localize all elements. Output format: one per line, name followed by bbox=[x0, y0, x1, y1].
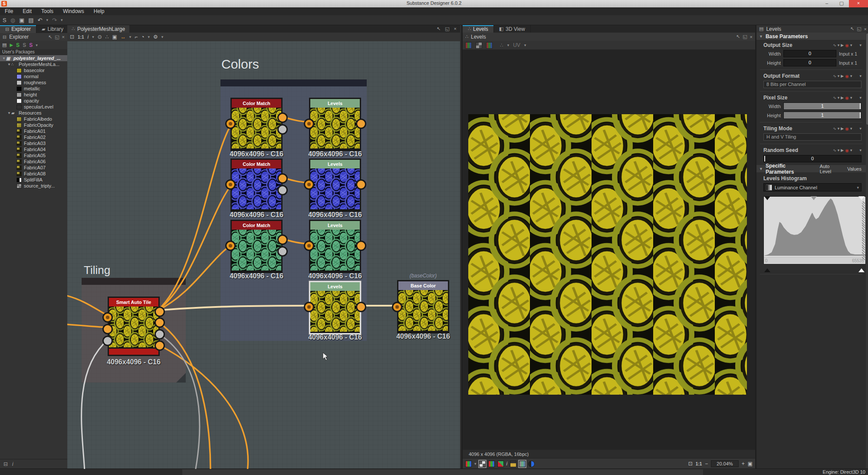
undo-icon[interactable]: ↶ bbox=[38, 17, 43, 23]
input-port[interactable] bbox=[227, 120, 234, 128]
tree-item-polyester-layered-[interactable]: ▼▣polyester_layered_... bbox=[0, 55, 67, 61]
expand-arrow-icon[interactable]: ▼ bbox=[7, 63, 11, 66]
input-port[interactable] bbox=[227, 181, 234, 188]
input-port[interactable] bbox=[305, 242, 313, 250]
node-color-match-1[interactable]: Color Match bbox=[230, 98, 283, 151]
function-icons[interactable]: ∿ ▾ ▶ ◉ ▾ ▾ bbox=[833, 74, 861, 79]
tree-item-specularlevel[interactable]: specularLevel bbox=[0, 104, 67, 110]
levels-histogram-widget[interactable]: 0 65535 bbox=[763, 196, 866, 264]
values-button[interactable]: Values bbox=[845, 166, 863, 172]
white-level-handle[interactable] bbox=[858, 196, 865, 200]
pixel-height-slider[interactable]: 1 bbox=[783, 112, 861, 119]
output-port-unused[interactable] bbox=[279, 125, 286, 133]
minimize-button[interactable]: – bbox=[819, 0, 834, 7]
save-icon[interactable]: ▤ bbox=[28, 17, 33, 23]
node-levels-4-selected[interactable]: Levels bbox=[309, 281, 361, 334]
auto-level-button[interactable]: Auto Level bbox=[818, 164, 843, 174]
tree-item-metallic[interactable]: metallic bbox=[0, 86, 67, 92]
graph-canvas[interactable]: Colors Tiling bbox=[67, 41, 460, 469]
node-levels-1[interactable]: Levels bbox=[309, 98, 361, 151]
input-port[interactable] bbox=[305, 120, 313, 128]
publish-icon[interactable]: S bbox=[16, 42, 20, 48]
pin-icon[interactable]: ↖ bbox=[736, 34, 740, 40]
output-port[interactable] bbox=[357, 242, 365, 250]
float-icon[interactable]: ◱ bbox=[445, 26, 449, 32]
close-icon[interactable]: × bbox=[750, 34, 753, 40]
undo-dropdown-icon[interactable]: ▾ bbox=[46, 18, 49, 22]
output-format-dropdown[interactable]: 8 Bits per Channel bbox=[763, 81, 861, 88]
tree-item-fabrica04[interactable]: FabricA04 bbox=[0, 146, 67, 152]
dropdown-icon[interactable]: ▾ bbox=[92, 35, 94, 39]
tree-item-fabricopacity[interactable]: FabricOpacity bbox=[0, 122, 67, 128]
image-icon[interactable] bbox=[465, 42, 472, 49]
input-port[interactable] bbox=[104, 313, 112, 321]
tree-item-fabrica08[interactable]: FabricA08 bbox=[0, 171, 67, 177]
menu-file[interactable]: File bbox=[0, 7, 18, 15]
input-port[interactable] bbox=[305, 303, 313, 311]
checker-background-icon[interactable] bbox=[479, 461, 486, 467]
node-levels-3[interactable]: Levels bbox=[309, 220, 361, 273]
tree-item-normal[interactable]: normal bbox=[0, 73, 67, 79]
tree-item-source-tripty-[interactable]: source_tripty... bbox=[0, 183, 67, 189]
actual-size-button[interactable]: 1:1 bbox=[696, 462, 702, 466]
input-port-filled[interactable] bbox=[104, 325, 112, 333]
output-width-slider[interactable]: 0 bbox=[783, 50, 836, 57]
pixel-width-slider[interactable]: 1 bbox=[783, 102, 861, 110]
zoom-in-button[interactable]: + bbox=[742, 461, 745, 467]
black-level-handle[interactable] bbox=[764, 196, 770, 200]
input-port[interactable] bbox=[227, 242, 234, 250]
thumbnail-icon[interactable]: ▣ bbox=[112, 34, 117, 40]
output-port-unused[interactable] bbox=[156, 330, 164, 338]
relative-to-input-icon[interactable]: ◉ bbox=[845, 43, 849, 48]
output-port[interactable] bbox=[279, 175, 286, 182]
expand-arrow-icon[interactable]: ▼ bbox=[7, 111, 11, 115]
close-icon[interactable]: × bbox=[864, 26, 867, 32]
output-port[interactable] bbox=[156, 342, 164, 350]
tree-item-fabrica07[interactable]: FabricA07 bbox=[0, 165, 67, 171]
dropdown-icon[interactable]: ▾ bbox=[148, 35, 150, 39]
uv-button[interactable]: UV bbox=[513, 42, 520, 48]
base-parameters-section[interactable]: ▼ Base Parameters bbox=[756, 33, 866, 40]
zoom-level[interactable]: 20.04% bbox=[711, 460, 738, 467]
float-icon[interactable]: ◱ bbox=[55, 34, 59, 40]
tree-item-polyestermeshla-[interactable]: ▼∴PolyesterMeshLa... bbox=[0, 61, 67, 67]
corner-icon[interactable]: ⌐ bbox=[135, 34, 138, 40]
function-icons[interactable]: ∿ ▾ ▶ ◉ ▾ ▾ bbox=[833, 126, 861, 131]
node-smart-auto-tile[interactable]: Smart Auto Tile bbox=[108, 297, 160, 356]
close-icon[interactable]: × bbox=[62, 34, 65, 40]
link-mode-icon[interactable]: ↔ bbox=[121, 34, 126, 40]
tree-item-roughness[interactable]: roughness bbox=[0, 79, 67, 86]
save-icon[interactable]: ▤ bbox=[2, 42, 7, 48]
dropdown-icon[interactable]: ▾ bbox=[36, 43, 38, 47]
search-icon[interactable]: ⊙ bbox=[98, 34, 102, 40]
tree-item-height[interactable]: height bbox=[0, 92, 67, 98]
node-color-match-2[interactable]: Color Match bbox=[230, 158, 283, 212]
function-icon[interactable]: ∿ bbox=[833, 43, 836, 47]
pin-icon[interactable]: ↖ bbox=[48, 34, 52, 40]
timer-icon[interactable]: ◔ bbox=[141, 34, 144, 40]
menu-tools[interactable]: Tools bbox=[36, 7, 58, 15]
close-button[interactable]: × bbox=[849, 0, 868, 7]
parameters-scrollbar[interactable] bbox=[866, 33, 868, 469]
tiling-mode-dropdown[interactable]: H and V Tiling bbox=[763, 133, 861, 141]
close-icon[interactable]: × bbox=[454, 26, 457, 32]
lock-icon[interactable]: ▣ bbox=[748, 461, 753, 467]
output-port[interactable] bbox=[279, 236, 286, 244]
tree-icon[interactable]: ⊟ bbox=[3, 461, 8, 467]
dropdown-icon[interactable]: ▾ bbox=[507, 43, 510, 47]
tree-item-opacity[interactable]: opacity bbox=[0, 98, 67, 104]
histogram-icon[interactable] bbox=[510, 461, 516, 467]
preview-icon[interactable] bbox=[519, 461, 526, 467]
function-icons[interactable]: ∿ ▾ ▶ ◉ ▾ ▾ bbox=[833, 43, 861, 48]
tree-item-splitfilla[interactable]: SplitFillA bbox=[0, 177, 67, 183]
graph-icon[interactable]: ∴ bbox=[105, 34, 109, 40]
rgb-icon[interactable] bbox=[488, 461, 495, 467]
menu-edit[interactable]: Edit bbox=[18, 7, 36, 15]
tab-graph[interactable]: ∴ PolyesterMeshLarge bbox=[67, 25, 129, 33]
output-port[interactable] bbox=[279, 114, 286, 122]
dropdown-icon[interactable]: ▾ bbox=[474, 462, 477, 466]
colorspace-icon[interactable] bbox=[528, 461, 535, 467]
input-port[interactable] bbox=[393, 303, 401, 311]
mid-level-handle[interactable] bbox=[811, 196, 817, 200]
float-icon[interactable]: ◱ bbox=[857, 26, 861, 32]
